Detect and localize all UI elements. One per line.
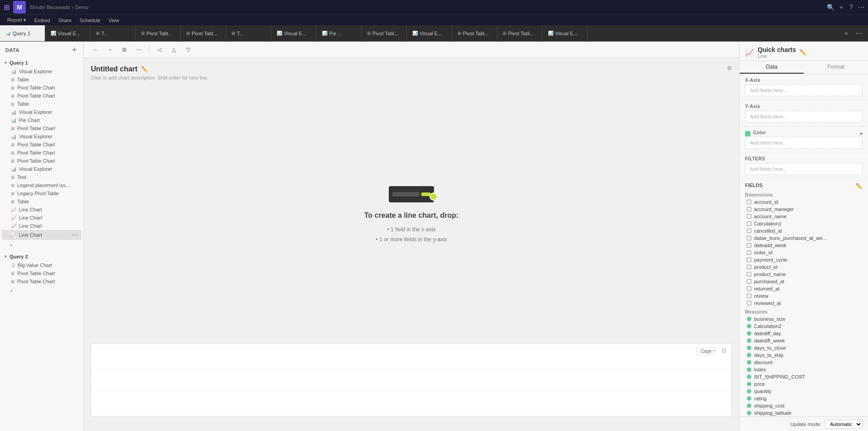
sidebar-item-line-chart-1[interactable]: 📈 Line Chart bbox=[2, 206, 81, 214]
field-purchased-at[interactable]: purchased_at bbox=[745, 278, 863, 285]
tab-pivot1[interactable]: ⊞ Pivot Tabl... bbox=[136, 25, 181, 42]
field-datae-trunc[interactable]: datae_trunc_purchased_at_we... bbox=[745, 234, 863, 242]
chart-minimize-button[interactable]: — bbox=[710, 347, 715, 354]
sidebar-item-line-chart-2[interactable]: 📈 Line Chart bbox=[2, 214, 81, 222]
field-cancelled-at[interactable]: cancelled_at bbox=[745, 227, 863, 234]
field-account-manager[interactable]: account_manager bbox=[745, 206, 863, 213]
chart-expand-button[interactable]: ⊡ bbox=[722, 347, 726, 354]
sidebar-item-visual-explorer-3[interactable]: 📊 Visual Explorer bbox=[2, 132, 81, 141]
update-mode-select[interactable]: Automatic bbox=[825, 420, 863, 429]
tab-pivot2[interactable]: ⊞ Pivot Tabl... bbox=[181, 25, 226, 42]
sidebar-item-legend[interactable]: ⊞ Legend placement iss... bbox=[2, 181, 81, 189]
add-tab-button[interactable]: ＋ bbox=[841, 28, 852, 39]
tab-pie1[interactable]: 📊 Pie ... bbox=[316, 25, 362, 42]
field-index[interactable]: index bbox=[745, 366, 863, 373]
sidebar-query2[interactable]: ▼ Query 2 bbox=[0, 252, 83, 261]
field-business-size[interactable]: business_size bbox=[745, 315, 863, 323]
sidebar-item-table-1[interactable]: ⊞ Table bbox=[2, 75, 81, 84]
sidebar-item-line-chart-4[interactable]: 📈 Line Chart ⋯ bbox=[2, 230, 81, 240]
layout-button[interactable]: ⊞ bbox=[118, 44, 131, 55]
field-order-id[interactable]: order_id bbox=[745, 249, 863, 256]
tab-more-button[interactable]: ⋯ bbox=[854, 28, 864, 39]
sidebar-item-pivot-chart-8[interactable]: ⊞ Pivot Table Chart bbox=[2, 277, 81, 286]
field-calculation2[interactable]: Calculation2 bbox=[745, 323, 863, 330]
menu-embed[interactable]: Embed bbox=[31, 17, 54, 24]
field-calculation1[interactable]: Calculation1 bbox=[745, 220, 863, 227]
field-datediff-day[interactable]: datediff_day bbox=[745, 330, 863, 337]
add-item-button[interactable]: ＋ bbox=[71, 45, 78, 55]
chart-description[interactable]: Click to add chart description. Shift-en… bbox=[91, 75, 727, 80]
field-review[interactable]: review bbox=[745, 292, 863, 300]
align-up-button[interactable]: △ bbox=[167, 44, 180, 55]
right-panel-edit-icon[interactable]: ✏️ bbox=[800, 49, 807, 56]
field-dateadd-week[interactable]: dateadd_week bbox=[745, 242, 863, 249]
sidebar-item-pie-chart[interactable]: 📊 Pie Chart bbox=[2, 116, 81, 124]
color-chevron[interactable]: ▾ bbox=[860, 131, 863, 137]
field-product-id[interactable]: product_id bbox=[745, 263, 863, 271]
filters-drop-zone[interactable]: Add fields here... bbox=[745, 163, 863, 175]
sidebar-item-table-2[interactable]: ⊞ Table bbox=[2, 100, 81, 108]
sidebar-item-visual-explorer-4[interactable]: 📊 Visual Explorer bbox=[2, 165, 81, 173]
tab-pivot5[interactable]: ⊞ Pivot Tabl... bbox=[497, 25, 542, 42]
field-shipping-latitude[interactable]: shipping_latitude bbox=[745, 409, 863, 417]
sidebar-item-pivot-chart-5[interactable]: ⊞ Pivot Table Chart bbox=[2, 149, 81, 157]
sidebar-item-pivot-chart-3[interactable]: ⊞ Pivot Table Chart bbox=[2, 124, 81, 132]
field-reviewed-at[interactable]: reviewed_at bbox=[745, 300, 863, 307]
tab-visual1[interactable]: 📊 Visual E... bbox=[45, 25, 90, 42]
sidebar-query1[interactable]: ▼ Query 1 bbox=[0, 58, 83, 67]
more-icon[interactable]: ⋯ bbox=[858, 4, 864, 11]
tab-format[interactable]: Format bbox=[804, 61, 868, 74]
sidebar-item-pivot-chart-2[interactable]: ⊞ Pivot Table Chart bbox=[2, 92, 81, 100]
add-chart-button[interactable]: ＋ bbox=[0, 240, 83, 250]
add-chart-button-2[interactable]: ＋ bbox=[0, 286, 83, 296]
sidebar-item-more[interactable]: ⋯ bbox=[71, 231, 78, 239]
field-product-name[interactable]: product_name bbox=[745, 271, 863, 278]
menu-schedule[interactable]: Schedule bbox=[76, 17, 104, 24]
field-discount[interactable]: discount bbox=[745, 359, 863, 366]
field-shipping-cost[interactable]: shipping_cost bbox=[745, 402, 863, 409]
align-left-button[interactable]: ◁ bbox=[153, 44, 165, 55]
field-price[interactable]: price bbox=[745, 380, 863, 388]
sidebar-item-visual-explorer-1[interactable]: 📊 Visual Explorer bbox=[2, 67, 81, 75]
sidebar-item-pivot-chart-4[interactable]: ⊞ Pivot Table Chart bbox=[2, 141, 81, 149]
tab-data[interactable]: Data bbox=[740, 61, 804, 74]
sidebar-item-visual-explorer-2[interactable]: 📊 Visual Explorer bbox=[2, 108, 81, 116]
chart-settings-icon[interactable]: ⚙ bbox=[727, 65, 732, 71]
chart-edit-icon[interactable]: ✏️ bbox=[141, 66, 148, 72]
menu-view[interactable]: View bbox=[105, 17, 123, 24]
field-int-shipping-cost[interactable]: INT_SHIPPING_COST bbox=[745, 373, 863, 380]
tab-pivot3[interactable]: ⊞ Pivot Tabl... bbox=[362, 25, 407, 42]
field-account-name[interactable]: account_name bbox=[745, 213, 863, 220]
sidebar-item-test[interactable]: ⊞ Test bbox=[2, 173, 81, 181]
help-icon[interactable]: ？ bbox=[848, 3, 854, 11]
tab-pivot4[interactable]: ⊞ Pivot Tabl... bbox=[452, 25, 497, 42]
sidebar-item-legacy-pivot[interactable]: ⊞ Legacy Pivot Table bbox=[2, 189, 81, 197]
align-down-button[interactable]: ▽ bbox=[182, 44, 194, 55]
sidebar-item-big-value[interactable]: -2 Big Value Chart bbox=[2, 261, 81, 269]
menu-share[interactable]: Share bbox=[55, 17, 75, 24]
tab-table2[interactable]: ⊞ T... bbox=[226, 25, 271, 42]
x-axis-drop-zone[interactable]: Add fields here... bbox=[745, 84, 863, 96]
search-icon[interactable]: 🔍 bbox=[827, 4, 835, 11]
field-days-to-close[interactable]: days_to_close bbox=[745, 344, 863, 351]
tab-visual3[interactable]: 📊 Visual E... bbox=[407, 25, 452, 42]
plus-icon[interactable]: ＋ bbox=[838, 3, 844, 11]
sidebar-item-pivot-chart-7[interactable]: ⊞ Pivot Table Chart bbox=[2, 269, 81, 277]
y-axis-drop-zone[interactable]: Add fields here... bbox=[745, 111, 863, 122]
sidebar-item-table-3[interactable]: ⊞ Table bbox=[2, 197, 81, 206]
tab-visual2[interactable]: 📊 Visual E... bbox=[271, 25, 316, 42]
more-button[interactable]: ⋯ bbox=[132, 44, 145, 55]
tab-query1[interactable]: 📊 Query 1 bbox=[0, 25, 45, 42]
nav-forward-button[interactable]: → bbox=[104, 44, 116, 55]
sidebar-item-line-chart-3[interactable]: 📈 Line Chart bbox=[2, 222, 81, 230]
field-days-to-ship[interactable]: days_to_ship bbox=[745, 351, 863, 359]
tab-visual4[interactable]: 📊 Visual E... bbox=[542, 25, 588, 42]
field-datediff-week[interactable]: datediff_week bbox=[745, 337, 863, 344]
tab-table1[interactable]: ⊞ T... bbox=[90, 25, 136, 42]
fields-edit-icon[interactable]: ✏️ bbox=[856, 183, 863, 189]
sidebar-item-pivot-chart-1[interactable]: ⊞ Pivot Table Chart bbox=[2, 84, 81, 92]
nav-back-button[interactable]: ← bbox=[89, 44, 102, 55]
field-returned-at[interactable]: returned_at bbox=[745, 285, 863, 292]
field-rating[interactable]: rating bbox=[745, 395, 863, 402]
menu-report[interactable]: Report ▾ bbox=[4, 16, 30, 24]
